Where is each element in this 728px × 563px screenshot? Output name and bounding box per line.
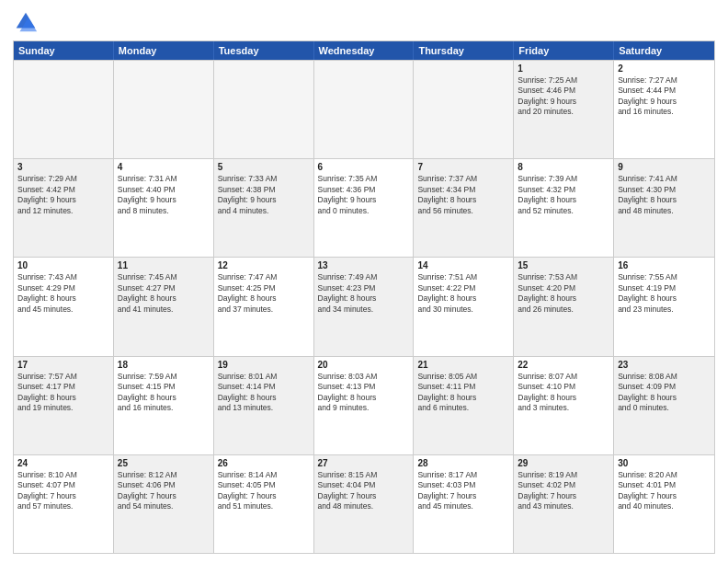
day-number: 5	[218, 162, 310, 172]
calendar-cell: 27Sunrise: 8:15 AM Sunset: 4:04 PM Dayli…	[314, 455, 415, 553]
day-number: 21	[417, 360, 509, 370]
calendar-cell: 19Sunrise: 8:01 AM Sunset: 4:14 PM Dayli…	[214, 357, 314, 454]
calendar-cell: 23Sunrise: 8:08 AM Sunset: 4:09 PM Dayli…	[614, 357, 714, 454]
calendar-cell: 24Sunrise: 8:10 AM Sunset: 4:07 PM Dayli…	[14, 455, 114, 553]
day-number: 24	[17, 458, 109, 468]
day-number: 11	[118, 260, 210, 270]
day-number: 6	[318, 162, 410, 172]
day-number: 1	[518, 63, 609, 74]
day-info: Sunrise: 8:19 AM Sunset: 4:02 PM Dayligh…	[518, 470, 609, 512]
day-number: 29	[518, 458, 609, 468]
day-number: 20	[318, 360, 410, 370]
day-info: Sunrise: 8:05 AM Sunset: 4:11 PM Dayligh…	[417, 372, 509, 414]
day-number: 25	[118, 458, 210, 468]
day-number: 2	[618, 63, 711, 74]
logo-icon	[13, 9, 39, 35]
day-number: 9	[618, 162, 711, 172]
header-day-wednesday: Wednesday	[314, 41, 415, 60]
calendar-cell: 28Sunrise: 8:17 AM Sunset: 4:03 PM Dayli…	[414, 455, 514, 553]
day-info: Sunrise: 8:14 AM Sunset: 4:05 PM Dayligh…	[218, 470, 310, 512]
day-number: 27	[318, 458, 410, 468]
calendar-cell: 9Sunrise: 7:41 AM Sunset: 4:30 PM Daylig…	[614, 159, 714, 257]
calendar-cell: 20Sunrise: 8:03 AM Sunset: 4:13 PM Dayli…	[314, 357, 415, 454]
day-number: 15	[518, 260, 609, 270]
header-day-saturday: Saturday	[614, 41, 714, 60]
day-info: Sunrise: 8:08 AM Sunset: 4:09 PM Dayligh…	[618, 372, 711, 414]
day-number: 7	[417, 162, 509, 172]
day-info: Sunrise: 8:12 AM Sunset: 4:06 PM Dayligh…	[118, 470, 210, 512]
calendar-cell: 8Sunrise: 7:39 AM Sunset: 4:32 PM Daylig…	[514, 159, 614, 257]
day-info: Sunrise: 7:47 AM Sunset: 4:25 PM Dayligh…	[218, 272, 310, 315]
calendar-cell: 29Sunrise: 8:19 AM Sunset: 4:02 PM Dayli…	[514, 455, 614, 553]
calendar-cell: 22Sunrise: 8:07 AM Sunset: 4:10 PM Dayli…	[514, 357, 614, 454]
calendar-week-5: 24Sunrise: 8:10 AM Sunset: 4:07 PM Dayli…	[14, 454, 714, 553]
day-number: 14	[417, 260, 509, 270]
day-info: Sunrise: 7:25 AM Sunset: 4:46 PM Dayligh…	[518, 75, 609, 118]
calendar-week-2: 3Sunrise: 7:29 AM Sunset: 4:42 PM Daylig…	[14, 158, 714, 257]
calendar-cell: 25Sunrise: 8:12 AM Sunset: 4:06 PM Dayli…	[114, 455, 214, 553]
calendar-cell: 6Sunrise: 7:35 AM Sunset: 4:36 PM Daylig…	[314, 159, 415, 257]
calendar-cell: 12Sunrise: 7:47 AM Sunset: 4:25 PM Dayli…	[214, 258, 314, 355]
day-number: 19	[218, 360, 310, 370]
calendar-cell: 1Sunrise: 7:25 AM Sunset: 4:46 PM Daylig…	[514, 61, 614, 158]
day-number: 26	[218, 458, 310, 468]
day-info: Sunrise: 8:15 AM Sunset: 4:04 PM Dayligh…	[318, 470, 410, 512]
logo	[13, 9, 42, 35]
day-info: Sunrise: 7:53 AM Sunset: 4:20 PM Dayligh…	[518, 272, 609, 315]
header-day-sunday: Sunday	[14, 41, 114, 60]
page: SundayMondayTuesdayWednesdayThursdayFrid…	[0, 0, 728, 563]
calendar-week-4: 17Sunrise: 7:57 AM Sunset: 4:17 PM Dayli…	[14, 356, 714, 454]
calendar-cell: 5Sunrise: 7:33 AM Sunset: 4:38 PM Daylig…	[214, 159, 314, 257]
day-info: Sunrise: 7:43 AM Sunset: 4:29 PM Dayligh…	[17, 272, 109, 315]
day-info: Sunrise: 8:10 AM Sunset: 4:07 PM Dayligh…	[17, 470, 109, 512]
day-info: Sunrise: 8:07 AM Sunset: 4:10 PM Dayligh…	[518, 372, 609, 414]
day-number: 30	[618, 458, 711, 468]
day-info: Sunrise: 7:57 AM Sunset: 4:17 PM Dayligh…	[17, 372, 109, 414]
day-info: Sunrise: 7:27 AM Sunset: 4:44 PM Dayligh…	[618, 75, 711, 118]
calendar-cell: 30Sunrise: 8:20 AM Sunset: 4:01 PM Dayli…	[614, 455, 714, 553]
day-info: Sunrise: 7:31 AM Sunset: 4:40 PM Dayligh…	[118, 174, 210, 216]
header-day-friday: Friday	[514, 41, 614, 60]
calendar-cell: 2Sunrise: 7:27 AM Sunset: 4:44 PM Daylig…	[614, 61, 714, 158]
calendar-cell	[214, 61, 314, 158]
calendar-cell	[114, 61, 214, 158]
calendar-cell: 3Sunrise: 7:29 AM Sunset: 4:42 PM Daylig…	[14, 159, 114, 257]
calendar: SundayMondayTuesdayWednesdayThursdayFrid…	[13, 40, 715, 554]
header	[13, 9, 715, 35]
day-number: 22	[518, 360, 609, 370]
calendar-cell: 15Sunrise: 7:53 AM Sunset: 4:20 PM Dayli…	[514, 258, 614, 355]
calendar-cell: 26Sunrise: 8:14 AM Sunset: 4:05 PM Dayli…	[214, 455, 314, 553]
calendar-cell: 21Sunrise: 8:05 AM Sunset: 4:11 PM Dayli…	[414, 357, 514, 454]
day-number: 12	[218, 260, 310, 270]
header-day-tuesday: Tuesday	[214, 41, 314, 60]
header-day-thursday: Thursday	[414, 41, 514, 60]
calendar-cell: 14Sunrise: 7:51 AM Sunset: 4:22 PM Dayli…	[414, 258, 514, 355]
day-number: 17	[17, 360, 109, 370]
calendar-week-3: 10Sunrise: 7:43 AM Sunset: 4:29 PM Dayli…	[14, 257, 714, 355]
day-info: Sunrise: 7:49 AM Sunset: 4:23 PM Dayligh…	[318, 272, 410, 315]
calendar-cell: 7Sunrise: 7:37 AM Sunset: 4:34 PM Daylig…	[414, 159, 514, 257]
day-number: 16	[618, 260, 711, 270]
day-number: 18	[118, 360, 210, 370]
calendar-cell	[414, 61, 514, 158]
calendar-body: 1Sunrise: 7:25 AM Sunset: 4:46 PM Daylig…	[14, 60, 714, 553]
day-info: Sunrise: 8:01 AM Sunset: 4:14 PM Dayligh…	[218, 372, 310, 414]
day-info: Sunrise: 8:17 AM Sunset: 4:03 PM Dayligh…	[417, 470, 509, 512]
day-info: Sunrise: 7:51 AM Sunset: 4:22 PM Dayligh…	[417, 272, 509, 315]
day-number: 23	[618, 360, 711, 370]
day-info: Sunrise: 7:29 AM Sunset: 4:42 PM Dayligh…	[17, 174, 109, 216]
header-day-monday: Monday	[114, 41, 214, 60]
day-info: Sunrise: 8:20 AM Sunset: 4:01 PM Dayligh…	[618, 470, 711, 512]
day-info: Sunrise: 8:03 AM Sunset: 4:13 PM Dayligh…	[318, 372, 410, 414]
day-info: Sunrise: 7:59 AM Sunset: 4:15 PM Dayligh…	[118, 372, 210, 414]
calendar-cell: 16Sunrise: 7:55 AM Sunset: 4:19 PM Dayli…	[614, 258, 714, 355]
day-info: Sunrise: 7:45 AM Sunset: 4:27 PM Dayligh…	[118, 272, 210, 315]
day-number: 8	[518, 162, 609, 172]
calendar-cell: 17Sunrise: 7:57 AM Sunset: 4:17 PM Dayli…	[14, 357, 114, 454]
calendar-cell: 13Sunrise: 7:49 AM Sunset: 4:23 PM Dayli…	[314, 258, 415, 355]
day-number: 3	[17, 162, 109, 172]
calendar-week-1: 1Sunrise: 7:25 AM Sunset: 4:46 PM Daylig…	[14, 60, 714, 158]
calendar-cell: 18Sunrise: 7:59 AM Sunset: 4:15 PM Dayli…	[114, 357, 214, 454]
calendar-cell: 4Sunrise: 7:31 AM Sunset: 4:40 PM Daylig…	[114, 159, 214, 257]
day-number: 4	[118, 162, 210, 172]
